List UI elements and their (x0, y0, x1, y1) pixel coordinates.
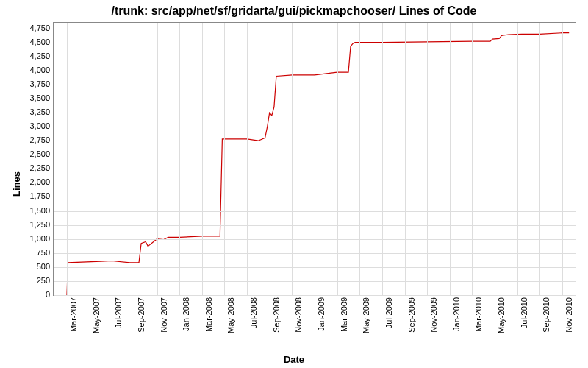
x-axis-label: Date (0, 354, 588, 365)
x-tick-label: Jan-2008 (182, 297, 190, 331)
gridline-h (54, 295, 576, 296)
x-tick-label: May-2008 (226, 297, 235, 333)
y-tick-label: 3,000 (13, 121, 50, 130)
gridline-v (517, 23, 518, 295)
y-tick-label: 4,500 (13, 38, 50, 46)
y-tick-label: 3,750 (13, 79, 50, 88)
gridline-v (359, 23, 360, 295)
x-tick-label: Nov-2010 (564, 297, 573, 333)
gridline-v (405, 23, 406, 295)
gridline-v (562, 23, 563, 295)
gridline-v (382, 23, 383, 295)
gridline-v (202, 23, 203, 295)
gridline-v (90, 23, 90, 295)
plot-area (53, 22, 576, 296)
gridline-v (157, 23, 158, 295)
gridline-v (450, 23, 451, 295)
y-tick-label: 1,500 (13, 206, 50, 215)
chart-container: /trunk: src/app/net/sf/gridarta/gui/pick… (0, 0, 588, 368)
y-tick-label: 3,500 (13, 93, 50, 102)
chart-title: /trunk: src/app/net/sf/gridarta/gui/pick… (0, 4, 588, 18)
x-tick-label: May-2010 (497, 297, 506, 333)
x-tick-label: Mar-2009 (340, 297, 348, 332)
y-tick-label: 1,000 (13, 234, 50, 243)
x-tick-label: Sep-2008 (272, 297, 281, 333)
gridline-v (427, 23, 428, 295)
x-tick-label: Mar-2007 (69, 297, 78, 332)
y-tick-label: 0 (13, 290, 50, 299)
x-tick-label: Nov-2007 (159, 297, 168, 333)
x-tick-label: Jan-2010 (452, 297, 461, 331)
y-tick-label: 2,000 (13, 177, 50, 186)
x-tick-label: Nov-2009 (429, 297, 438, 333)
gridline-v (495, 23, 495, 295)
y-tick-label: 3,250 (13, 107, 50, 116)
y-tick-label: 1,750 (13, 191, 50, 200)
x-tick-label: May-2009 (362, 297, 370, 333)
y-tick-label: 750 (13, 248, 50, 257)
gridline-v (67, 23, 68, 295)
y-tick-label: 1,250 (13, 220, 50, 229)
y-tick-label: 4,750 (13, 24, 50, 32)
x-tick-label: Sep-2010 (542, 297, 551, 333)
gridline-v (112, 23, 112, 295)
gridline-v (539, 23, 540, 295)
gridline-v (472, 23, 473, 295)
gridline-v (179, 23, 180, 295)
x-tick-label: Jul-2009 (384, 297, 393, 328)
y-tick-label: 250 (13, 276, 50, 285)
y-tick-label: 500 (13, 262, 50, 271)
y-tick-label: 2,250 (13, 163, 50, 172)
y-tick-label: 2,750 (13, 135, 50, 144)
x-tick-label: May-2007 (92, 297, 101, 333)
gridline-v (315, 23, 315, 295)
x-tick-label: Jul-2010 (520, 297, 528, 328)
gridline-v (337, 23, 338, 295)
x-tick-label: Sep-2009 (407, 297, 416, 333)
gridline-v (292, 23, 293, 295)
x-tick-label: Jul-2007 (114, 297, 123, 328)
y-tick-label: 2,500 (13, 149, 50, 158)
x-tick-label: Mar-2010 (474, 297, 483, 332)
x-tick-label: Sep-2007 (137, 297, 146, 333)
x-tick-label: Nov-2008 (294, 297, 303, 333)
x-tick-label: Jul-2008 (249, 297, 258, 328)
gridline-v (270, 23, 270, 295)
y-tick-label: 4,250 (13, 52, 50, 60)
gridline-v (247, 23, 248, 295)
x-tick-label: Jan-2009 (317, 297, 326, 331)
gridline-v (224, 23, 225, 295)
y-tick-label: 4,000 (13, 66, 50, 74)
x-tick-label: Mar-2008 (204, 297, 213, 332)
gridline-v (135, 23, 135, 295)
